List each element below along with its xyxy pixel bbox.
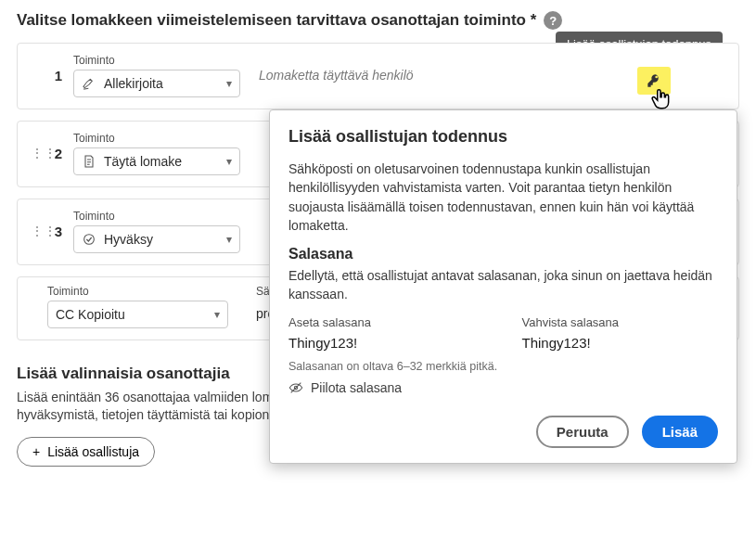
action-label: Toiminto [73, 210, 240, 223]
action-label: Toiminto [73, 54, 240, 67]
auth-panel: Lisää osallistujan todennus Sähköposti o… [269, 109, 737, 464]
chevron-down-icon: ▾ [226, 233, 232, 246]
hide-password-label: Piilota salasana [311, 380, 402, 395]
row-index: 3 [44, 224, 73, 239]
participant-row-1: 1 Toiminto Allekirjoita ▾ Lomaketta täyt… [17, 43, 739, 109]
cc-action-value: CC Kopioitu [56, 307, 125, 322]
check-circle-icon [82, 232, 96, 247]
panel-pw-desc: Edellytä, että osallistujat antavat sala… [288, 266, 718, 304]
help-icon[interactable]: ? [544, 11, 562, 30]
action-label: Toiminto [73, 132, 240, 145]
action-label: Toiminto [47, 285, 228, 298]
form-icon [82, 154, 96, 169]
chevron-down-icon: ▾ [214, 308, 220, 321]
plus-icon: + [32, 444, 40, 459]
action-value: Täytä lomake [104, 154, 182, 169]
svg-point-0 [84, 234, 95, 244]
panel-title: Lisää osallistujan todennus [288, 127, 718, 147]
password-hint: Salasanan on oltava 6–32 merkkiä pitkä. [288, 360, 718, 373]
action-select-2[interactable]: Täytä lomake ▾ [73, 147, 240, 175]
heading-text: Valitse lomakkeen viimeistelemiseen tarv… [17, 11, 536, 30]
chevron-down-icon: ▾ [226, 77, 232, 90]
action-select-3[interactable]: Hyväksy ▾ [73, 225, 240, 253]
add-participant-button[interactable]: + Lisää osallistuja [17, 437, 155, 467]
panel-subheading: Salasana [288, 246, 718, 263]
action-value: Hyväksy [104, 232, 153, 247]
chevron-down-icon: ▾ [226, 155, 232, 168]
page-title: Valitse lomakkeen viimeistelemiseen tarv… [17, 11, 739, 30]
action-value: Allekirjoita [104, 76, 163, 91]
set-password-input[interactable]: Thingy123! [288, 335, 485, 351]
confirm-password-input[interactable]: Thingy123! [522, 335, 719, 351]
cc-action-select[interactable]: CC Kopioitu ▾ [47, 301, 228, 328]
action-select-1[interactable]: Allekirjoita ▾ [73, 70, 240, 97]
row-index: 2 [44, 146, 73, 161]
confirm-password-label: Vahvista salasana [522, 315, 719, 329]
pen-icon [82, 76, 96, 91]
drag-handle[interactable]: ⋮⋮ [31, 146, 44, 160]
drag-handle[interactable]: ⋮⋮ [31, 224, 44, 238]
eye-off-icon [288, 380, 303, 395]
add-participant-label: Lisää osallistuja [47, 444, 139, 459]
set-password-label: Aseta salasana [288, 315, 485, 329]
add-button[interactable]: Lisää [642, 416, 718, 448]
panel-intro: Sähköposti on oletusarvoinen todennustap… [288, 160, 718, 235]
row-index: 1 [44, 68, 73, 83]
key-icon [647, 73, 661, 88]
hide-password-toggle[interactable]: Piilota salasana [288, 380, 718, 395]
cancel-button[interactable]: Peruuta [536, 416, 629, 448]
